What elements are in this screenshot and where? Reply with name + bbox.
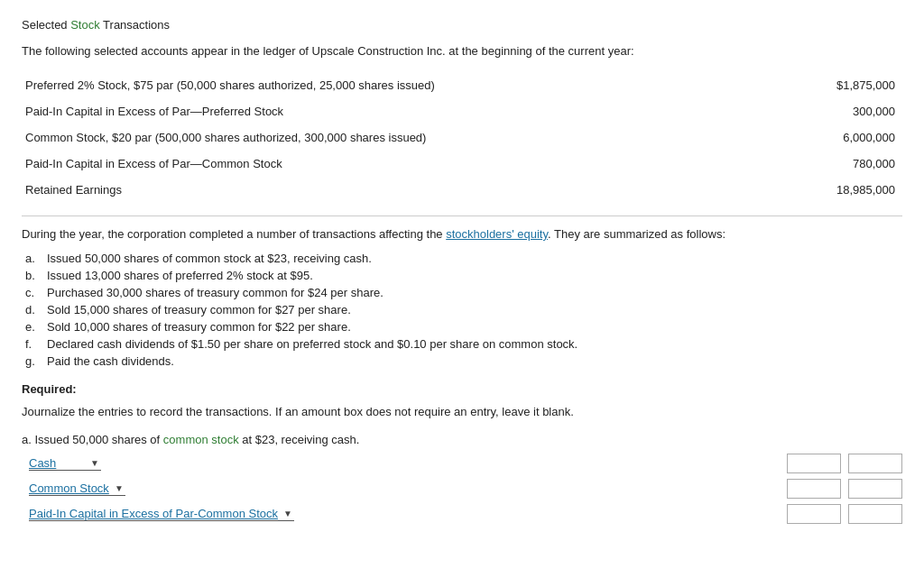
account-select-wrapper: Paid-In Capital in Excess of Par-Common …	[29, 507, 294, 521]
intro-text: The following selected accounts appear i…	[22, 44, 902, 58]
account-value: 780,000	[638, 151, 902, 177]
trans-intro-suffix: . They are summarized as follows:	[548, 227, 725, 241]
entry-a-rows: Cash▼Common Stock▼Paid-In Capital in Exc…	[29, 454, 902, 526]
required-label: Required:	[22, 382, 902, 396]
entry-row: Cash▼	[29, 454, 902, 473]
entry-row: Common Stock▼	[29, 479, 902, 499]
credit-amount-2[interactable]	[848, 504, 902, 524]
trans-intro-prefix: During the year, the corporation complet…	[22, 227, 446, 241]
account-row: Preferred 2% Stock, $75 par (50,000 shar…	[22, 72, 902, 98]
account-select-0[interactable]: Cash	[29, 456, 101, 470]
account-row: Common Stock, $20 par (500,000 shares au…	[22, 124, 902, 151]
transaction-item: e.Sold 10,000 shares of treasury common …	[25, 318, 902, 335]
account-select-2[interactable]: Paid-In Capital in Excess of Par-Common …	[29, 507, 294, 520]
account-select-wrapper: Common Stock▼	[29, 482, 125, 496]
transaction-label: d.	[25, 303, 42, 316]
transaction-item: g.Paid the cash dividends.	[25, 353, 902, 370]
entry-a-section: a. Issued 50,000 shares of common stock …	[22, 433, 902, 526]
account-row: Paid-In Capital in Excess of Par—Common …	[22, 151, 902, 177]
account-label: Preferred 2% Stock, $75 par (50,000 shar…	[22, 72, 638, 98]
account-select-wrapper: Cash▼	[29, 456, 101, 471]
entry-row: Paid-In Capital in Excess of Par-Common …	[29, 504, 902, 524]
accounts-table: Preferred 2% Stock, $75 par (50,000 shar…	[22, 72, 902, 203]
transaction-text: Sold 10,000 shares of treasury common fo…	[47, 320, 351, 334]
title-prefix: Selected	[22, 18, 70, 32]
transaction-text: Paid the cash dividends.	[47, 354, 174, 368]
account-value: 300,000	[638, 98, 902, 124]
account-row: Paid-In Capital in Excess of Par—Preferr…	[22, 98, 902, 124]
entry-a-prefix: a. Issued 50,000 shares of	[22, 433, 163, 446]
transaction-text: Purchased 30,000 shares of treasury comm…	[47, 286, 383, 299]
page-title: Selected Stock Transactions	[22, 18, 902, 32]
transaction-item: a.Issued 50,000 shares of common stock a…	[25, 250, 902, 267]
transaction-label: g.	[25, 354, 42, 368]
transaction-item: d.Sold 15,000 shares of treasury common …	[25, 301, 902, 318]
title-suffix: Transactions	[100, 18, 170, 32]
transactions-list: a.Issued 50,000 shares of common stock a…	[22, 250, 902, 370]
account-value: 18,985,000	[638, 177, 902, 203]
account-label: Retained Earnings	[22, 177, 638, 203]
account-label: Paid-In Capital in Excess of Par—Preferr…	[22, 98, 638, 124]
account-select-1[interactable]: Common Stock	[29, 482, 125, 495]
account-value: $1,875,000	[638, 72, 902, 98]
stockholders-equity-link: stockholders' equity	[446, 227, 548, 241]
title-highlight: Stock	[70, 18, 100, 32]
transaction-text: Issued 50,000 shares of common stock at …	[47, 252, 372, 265]
transaction-text: Sold 15,000 shares of treasury common fo…	[47, 303, 351, 316]
debit-amount-0[interactable]	[787, 454, 841, 473]
divider	[22, 216, 902, 216]
transaction-item: f.Declared cash dividends of $1.50 per s…	[25, 335, 902, 353]
transaction-item: c.Purchased 30,000 shares of treasury co…	[25, 284, 902, 301]
entry-a-header: a. Issued 50,000 shares of common stock …	[22, 433, 902, 446]
journalize-text: Journalize the entries to record the tra…	[22, 405, 902, 418]
transaction-label: c.	[25, 286, 42, 299]
debit-amount-2[interactable]	[787, 504, 841, 524]
page-container: Selected Stock Transactions The followin…	[22, 18, 902, 526]
entry-a-link: common stock	[163, 433, 239, 446]
transaction-item: b.Issued 13,000 shares of preferred 2% s…	[25, 267, 902, 284]
transaction-text: Declared cash dividends of $1.50 per sha…	[47, 337, 578, 351]
account-label: Paid-In Capital in Excess of Par—Common …	[22, 151, 638, 177]
transaction-text: Issued 13,000 shares of preferred 2% sto…	[47, 269, 313, 282]
entry-a-suffix: at $23, receiving cash.	[239, 433, 360, 446]
account-value: 6,000,000	[638, 124, 902, 151]
transactions-intro: During the year, the corporation complet…	[22, 227, 902, 241]
required-section: Required:	[22, 382, 902, 396]
debit-amount-1[interactable]	[787, 479, 841, 499]
transaction-label: e.	[25, 320, 42, 334]
account-label: Common Stock, $20 par (500,000 shares au…	[22, 124, 638, 151]
credit-amount-1[interactable]	[848, 479, 902, 499]
credit-amount-0[interactable]	[848, 454, 902, 473]
transaction-label: f.	[25, 337, 42, 351]
transaction-label: b.	[25, 269, 42, 282]
account-row: Retained Earnings 18,985,000	[22, 177, 902, 203]
transaction-label: a.	[25, 252, 42, 265]
